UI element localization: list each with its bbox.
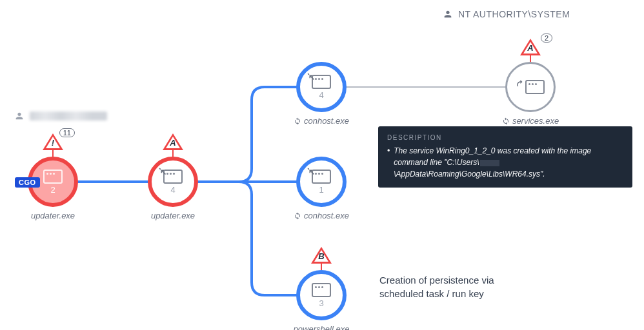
node-label-text: services.exe bbox=[512, 116, 559, 126]
alert-letter: A bbox=[170, 138, 176, 148]
node-label-text: conhost.exe bbox=[304, 211, 349, 220]
alert-badge[interactable]: A bbox=[163, 133, 183, 157]
process-node-updater1[interactable]: ! 11 CGO 2 updater.exe bbox=[18, 157, 88, 220]
alert-badge[interactable]: A 2 bbox=[520, 39, 541, 62]
alert-badge[interactable]: ! 11 bbox=[43, 133, 63, 157]
redo-icon bbox=[514, 78, 525, 90]
redacted-username bbox=[30, 112, 107, 121]
node-label: updater.exe bbox=[18, 211, 88, 220]
alert-badge[interactable]: B bbox=[311, 247, 332, 270]
window-icon bbox=[312, 283, 331, 297]
node-count: 1 bbox=[319, 185, 323, 195]
redacted-path bbox=[480, 160, 499, 166]
refresh-icon bbox=[294, 117, 301, 125]
refresh-icon bbox=[502, 117, 510, 125]
alert-count: 11 bbox=[59, 128, 75, 137]
system-user-text: NT AUTHORITY\SYSTEM bbox=[458, 9, 570, 19]
window-icon bbox=[525, 80, 545, 94]
alert-count: 2 bbox=[541, 34, 552, 43]
window-icon bbox=[163, 170, 183, 184]
redacted-user-label bbox=[14, 111, 107, 121]
node-count: 3 bbox=[319, 298, 323, 308]
system-user-label: NT AUTHORITY\SYSTEM bbox=[443, 9, 570, 19]
node-tag: CGO bbox=[15, 177, 40, 188]
process-node-services[interactable]: A 2 services.exe bbox=[496, 62, 565, 126]
process-node-updater2[interactable]: A 4 updater.exe bbox=[138, 157, 208, 220]
process-node-powershell[interactable]: B 3 powershell.exe bbox=[287, 270, 356, 330]
node-label: powershell.exe bbox=[287, 324, 356, 330]
user-icon bbox=[443, 9, 453, 19]
node-label-text: conhost.exe bbox=[304, 116, 349, 126]
node-count: 2 bbox=[50, 185, 55, 195]
process-node-conhost2[interactable]: 1 conhost.exe bbox=[287, 157, 356, 220]
node-label: updater.exe bbox=[138, 211, 208, 220]
window-icon bbox=[312, 75, 331, 89]
annotation-line1: Creation of persistence via bbox=[379, 273, 494, 287]
alert-letter: ! bbox=[52, 138, 54, 148]
process-node-conhost1[interactable]: 4 conhost.exe bbox=[287, 62, 356, 126]
node-count: 4 bbox=[170, 185, 175, 195]
alert-letter: B bbox=[318, 251, 324, 261]
annotation-persistence: Creation of persistence via scheduled ta… bbox=[379, 273, 494, 300]
window-icon bbox=[312, 170, 331, 184]
alert-letter: A bbox=[527, 43, 533, 53]
description-tooltip: DESCRIPTION • The service WinRing0_1_2_0… bbox=[378, 126, 632, 188]
bullet: • bbox=[387, 145, 390, 180]
refresh-icon bbox=[294, 212, 301, 220]
annotation-line2: scheduled task / run key bbox=[379, 287, 494, 300]
node-count: 4 bbox=[319, 90, 323, 100]
tooltip-text: The service WinRing0_1_2_0 was created w… bbox=[394, 145, 623, 180]
user-icon bbox=[14, 111, 25, 121]
window-icon bbox=[43, 170, 63, 184]
tooltip-title: DESCRIPTION bbox=[387, 133, 623, 142]
